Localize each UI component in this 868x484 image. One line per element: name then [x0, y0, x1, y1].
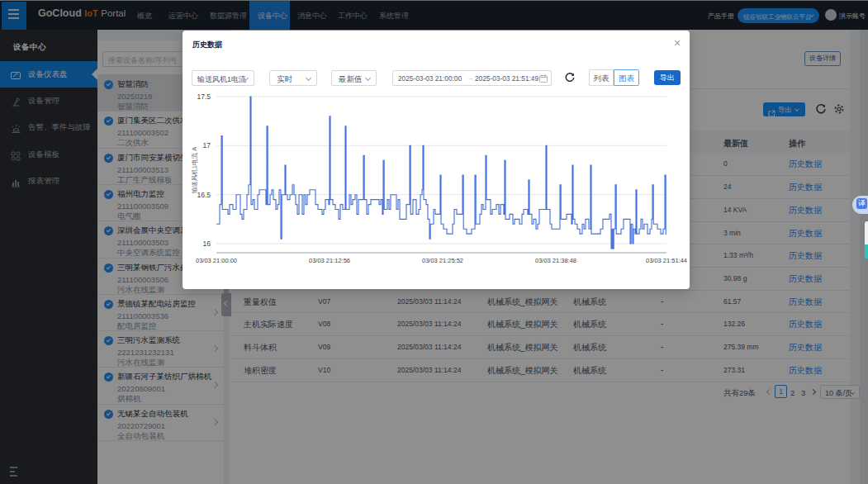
svg-text:16: 16	[203, 240, 211, 248]
svg-text:03/03 21:25:52: 03/03 21:25:52	[422, 257, 463, 264]
svg-text:输送风机1电流 A: 输送风机1电流 A	[191, 147, 198, 193]
svg-text:17.5: 17.5	[197, 93, 211, 101]
svg-text:03/03 21:00:00: 03/03 21:00:00	[196, 257, 237, 264]
svg-text:16.5: 16.5	[197, 191, 211, 199]
svg-text:17: 17	[203, 141, 211, 149]
svg-text:03/03 21:38:48: 03/03 21:38:48	[535, 257, 576, 264]
svg-text:03/03 21:12:56: 03/03 21:12:56	[309, 257, 350, 264]
svg-text:03/03 21:51:44: 03/03 21:51:44	[646, 257, 687, 264]
